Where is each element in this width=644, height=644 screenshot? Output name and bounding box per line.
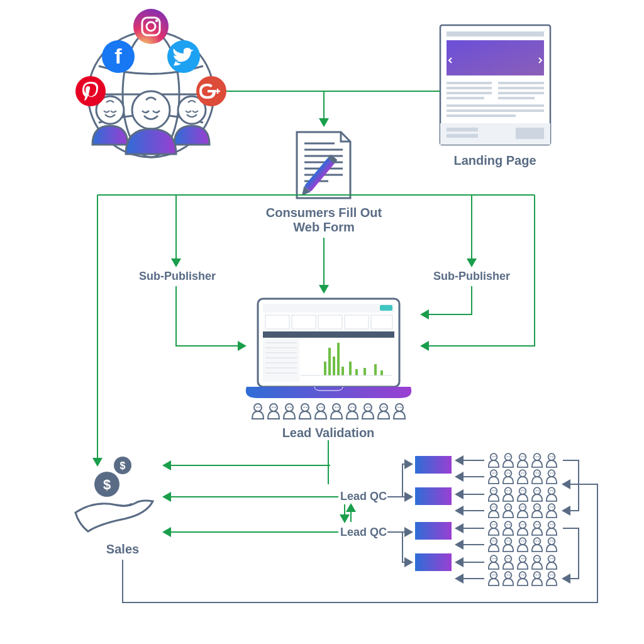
consumer-people-grid: [489, 453, 557, 586]
diagram-root: f: [0, 0, 644, 644]
svg-rect-66: [355, 369, 358, 375]
person-icon: [547, 453, 557, 467]
person-icon: [331, 404, 342, 419]
person-icon: [362, 404, 374, 419]
svg-rect-45: [380, 305, 392, 311]
svg-point-114: [491, 538, 497, 545]
svg-point-113: [548, 521, 555, 528]
svg-rect-85: [415, 456, 452, 474]
person-icon: [532, 504, 542, 518]
svg-point-120: [505, 555, 512, 562]
sales-label: Sales: [106, 542, 139, 556]
svg-point-94: [491, 470, 497, 477]
person-icon: [532, 538, 542, 552]
svg-point-101: [519, 487, 526, 494]
sales-icon: $ $: [75, 457, 153, 531]
person-icon: [532, 487, 542, 501]
lead-qc-1-label: Lead QC: [340, 490, 387, 502]
svg-point-77: [348, 404, 356, 411]
svg-point-89: [491, 453, 497, 460]
svg-point-80: [396, 404, 403, 411]
person-icon: [547, 555, 557, 569]
person-icon: [489, 487, 499, 501]
svg-rect-31: [447, 134, 478, 138]
svg-point-98: [548, 470, 555, 477]
svg-rect-69: [380, 370, 383, 375]
pinterest-icon: [75, 76, 106, 106]
landing-page-label: Landing Page: [453, 153, 536, 167]
validation-team-icon: [252, 404, 405, 419]
svg-point-103: [548, 487, 555, 494]
person-icon: [503, 504, 513, 518]
svg-rect-88: [415, 553, 452, 571]
sub-publisher-left-label: Sub-Publisher: [139, 270, 216, 282]
svg-point-111: [519, 521, 526, 528]
svg-rect-16: [447, 31, 544, 36]
svg-rect-52: [263, 338, 299, 382]
person-icon: [315, 404, 326, 419]
svg-rect-67: [364, 368, 366, 375]
svg-point-110: [505, 521, 512, 528]
svg-point-124: [491, 572, 497, 579]
svg-point-127: [534, 572, 541, 579]
person-icon: [518, 521, 528, 535]
svg-point-76: [333, 404, 340, 411]
social-sources-group: f: [75, 9, 226, 157]
svg-text:$: $: [120, 460, 126, 471]
person-icon: [489, 504, 499, 518]
svg-rect-30: [447, 128, 478, 131]
person-icon: [284, 404, 295, 419]
svg-point-122: [534, 555, 541, 562]
person-icon: [532, 521, 542, 535]
svg-point-108: [548, 504, 555, 511]
svg-rect-17: [447, 40, 544, 75]
svg-rect-62: [333, 357, 335, 375]
svg-point-100: [505, 487, 512, 494]
svg-point-91: [519, 453, 526, 460]
person-icon: [299, 404, 311, 419]
person-icon: [518, 555, 528, 569]
svg-point-106: [519, 504, 526, 511]
svg-point-104: [491, 504, 497, 511]
person-icon: [518, 453, 528, 467]
svg-point-71: [254, 404, 262, 411]
svg-point-72: [270, 404, 277, 411]
qc-consumer-groups: [415, 456, 452, 571]
svg-point-73: [286, 404, 293, 411]
person-icon: [503, 538, 513, 552]
svg-point-118: [548, 538, 555, 545]
person-icon: [489, 521, 499, 535]
svg-text:$: $: [103, 477, 111, 492]
svg-point-128: [548, 572, 555, 579]
svg-rect-51: [263, 331, 394, 338]
svg-point-95: [505, 470, 512, 477]
svg-point-75: [317, 404, 325, 411]
svg-point-79: [380, 404, 387, 411]
facebook-icon: f: [102, 40, 135, 73]
svg-point-13: [75, 76, 106, 106]
svg-point-99: [491, 487, 497, 494]
svg-point-78: [364, 404, 372, 411]
svg-text:f: f: [114, 44, 122, 68]
svg-rect-64: [341, 367, 344, 375]
person-icon: [547, 504, 557, 518]
svg-rect-63: [337, 343, 340, 375]
svg-point-74: [301, 404, 309, 411]
twitter-icon: [167, 40, 200, 73]
person-icon: [503, 572, 513, 586]
googleplus-icon: [196, 76, 226, 106]
svg-rect-44: [263, 304, 394, 313]
audience-users-icon: [92, 91, 209, 154]
web-form-label-1: Consumers Fill Out: [266, 206, 382, 219]
svg-point-96: [519, 470, 526, 477]
svg-point-115: [505, 538, 512, 545]
person-icon: [489, 572, 499, 586]
person-icon: [547, 470, 557, 484]
person-icon: [532, 572, 542, 586]
person-icon: [503, 453, 513, 467]
svg-point-116: [519, 538, 526, 545]
svg-point-109: [491, 521, 497, 528]
person-icon: [378, 404, 389, 419]
svg-point-112: [534, 521, 541, 528]
svg-rect-87: [415, 522, 452, 540]
